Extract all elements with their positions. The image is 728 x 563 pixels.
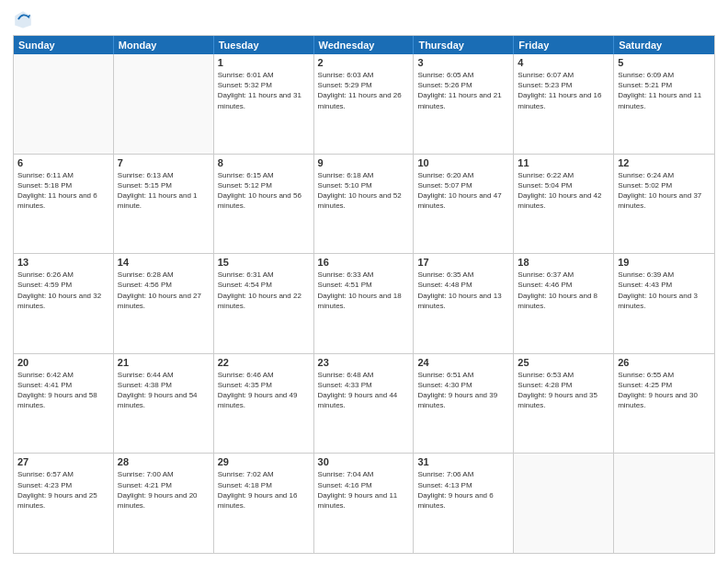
calendar-body: 1Sunrise: 6:01 AM Sunset: 5:32 PM Daylig… [14, 54, 714, 553]
weekday-header: Friday [514, 36, 614, 54]
calendar-cell: 19Sunrise: 6:39 AM Sunset: 4:43 PM Dayli… [614, 254, 714, 353]
day-number: 23 [318, 357, 410, 368]
day-info: Sunrise: 6:33 AM Sunset: 4:51 PM Dayligh… [318, 270, 410, 311]
page-header [13, 9, 715, 29]
day-number: 25 [518, 357, 609, 368]
calendar-cell: 5Sunrise: 6:09 AM Sunset: 5:21 PM Daylig… [614, 54, 714, 154]
calendar-cell: 21Sunrise: 6:44 AM Sunset: 4:38 PM Dayli… [114, 354, 214, 454]
day-number: 30 [318, 456, 410, 467]
calendar-row: 1Sunrise: 6:01 AM Sunset: 5:32 PM Daylig… [14, 54, 714, 155]
day-info: Sunrise: 6:48 AM Sunset: 4:33 PM Dayligh… [318, 370, 410, 411]
calendar-row: 13Sunrise: 6:26 AM Sunset: 4:59 PM Dayli… [14, 254, 714, 354]
calendar-cell: 28Sunrise: 7:00 AM Sunset: 4:21 PM Dayli… [114, 454, 214, 553]
day-info: Sunrise: 7:02 AM Sunset: 4:18 PM Dayligh… [218, 469, 310, 511]
day-number: 26 [618, 357, 711, 368]
calendar-cell: 14Sunrise: 6:28 AM Sunset: 4:56 PM Dayli… [114, 254, 214, 353]
day-number: 3 [417, 57, 509, 68]
calendar-cell: 23Sunrise: 6:48 AM Sunset: 4:33 PM Dayli… [314, 354, 415, 454]
calendar-cell: 9Sunrise: 6:18 AM Sunset: 5:10 PM Daylig… [314, 155, 415, 254]
day-number: 5 [618, 57, 711, 68]
calendar-cell: 10Sunrise: 6:20 AM Sunset: 5:07 PM Dayli… [414, 155, 514, 254]
weekday-header: Wednesday [314, 36, 415, 54]
day-info: Sunrise: 6:22 AM Sunset: 5:04 PM Dayligh… [518, 170, 609, 212]
weekday-header: Saturday [614, 36, 714, 54]
calendar-row: 27Sunrise: 6:57 AM Sunset: 4:23 PM Dayli… [14, 454, 714, 553]
calendar-cell: 30Sunrise: 7:04 AM Sunset: 4:16 PM Dayli… [314, 454, 415, 553]
day-number: 15 [218, 257, 310, 268]
day-number: 12 [618, 157, 711, 168]
day-number: 8 [218, 157, 310, 168]
calendar-cell: 3Sunrise: 6:05 AM Sunset: 5:26 PM Daylig… [414, 54, 514, 154]
day-info: Sunrise: 6:24 AM Sunset: 5:02 PM Dayligh… [618, 170, 711, 212]
day-info: Sunrise: 6:28 AM Sunset: 4:56 PM Dayligh… [118, 270, 210, 311]
day-info: Sunrise: 6:46 AM Sunset: 4:35 PM Dayligh… [218, 370, 310, 411]
calendar-cell: 22Sunrise: 6:46 AM Sunset: 4:35 PM Dayli… [214, 354, 314, 454]
day-number: 9 [318, 157, 410, 168]
day-number: 4 [518, 57, 609, 68]
calendar-cell: 18Sunrise: 6:37 AM Sunset: 4:46 PM Dayli… [514, 254, 614, 353]
calendar-cell: 17Sunrise: 6:35 AM Sunset: 4:48 PM Dayli… [414, 254, 514, 353]
day-number: 11 [518, 157, 609, 168]
day-info: Sunrise: 6:53 AM Sunset: 4:28 PM Dayligh… [518, 370, 609, 411]
day-info: Sunrise: 6:09 AM Sunset: 5:21 PM Dayligh… [618, 70, 711, 111]
day-info: Sunrise: 6:13 AM Sunset: 5:15 PM Dayligh… [118, 170, 210, 212]
svg-marker-0 [15, 11, 31, 28]
day-number: 16 [318, 257, 410, 268]
calendar-cell [614, 454, 714, 553]
calendar-cell: 4Sunrise: 6:07 AM Sunset: 5:23 PM Daylig… [514, 54, 614, 154]
calendar-cell: 1Sunrise: 6:01 AM Sunset: 5:32 PM Daylig… [214, 54, 314, 154]
calendar-cell: 7Sunrise: 6:13 AM Sunset: 5:15 PM Daylig… [114, 155, 214, 254]
calendar-cell: 24Sunrise: 6:51 AM Sunset: 4:30 PM Dayli… [414, 354, 514, 454]
calendar-row: 20Sunrise: 6:42 AM Sunset: 4:41 PM Dayli… [14, 354, 714, 454]
calendar-cell: 20Sunrise: 6:42 AM Sunset: 4:41 PM Dayli… [14, 354, 114, 454]
calendar-header: SundayMondayTuesdayWednesdayThursdayFrid… [14, 36, 714, 54]
calendar-row: 6Sunrise: 6:11 AM Sunset: 5:18 PM Daylig… [14, 155, 714, 255]
day-number: 22 [218, 357, 310, 368]
weekday-header: Sunday [14, 36, 114, 54]
calendar-cell: 13Sunrise: 6:26 AM Sunset: 4:59 PM Dayli… [14, 254, 114, 353]
calendar-cell: 11Sunrise: 6:22 AM Sunset: 5:04 PM Dayli… [514, 155, 614, 254]
day-info: Sunrise: 6:57 AM Sunset: 4:23 PM Dayligh… [17, 469, 109, 511]
day-info: Sunrise: 6:01 AM Sunset: 5:32 PM Dayligh… [218, 70, 310, 111]
day-number: 31 [417, 456, 509, 467]
calendar-cell [114, 54, 214, 154]
weekday-header: Thursday [414, 36, 514, 54]
day-number: 6 [17, 157, 109, 168]
day-number: 20 [17, 357, 109, 368]
day-number: 7 [118, 157, 210, 168]
calendar-cell [14, 54, 114, 154]
calendar-cell: 25Sunrise: 6:53 AM Sunset: 4:28 PM Dayli… [514, 354, 614, 454]
day-info: Sunrise: 6:07 AM Sunset: 5:23 PM Dayligh… [518, 70, 609, 111]
day-number: 10 [417, 157, 509, 168]
weekday-header: Tuesday [214, 36, 314, 54]
day-number: 2 [318, 57, 410, 68]
calendar-cell: 26Sunrise: 6:55 AM Sunset: 4:25 PM Dayli… [614, 354, 714, 454]
day-info: Sunrise: 6:39 AM Sunset: 4:43 PM Dayligh… [618, 270, 711, 311]
calendar-cell: 8Sunrise: 6:15 AM Sunset: 5:12 PM Daylig… [214, 155, 314, 254]
calendar-cell: 29Sunrise: 7:02 AM Sunset: 4:18 PM Dayli… [214, 454, 314, 553]
day-info: Sunrise: 6:51 AM Sunset: 4:30 PM Dayligh… [417, 370, 509, 411]
day-number: 27 [17, 456, 109, 467]
calendar-cell [514, 454, 614, 553]
calendar-cell: 16Sunrise: 6:33 AM Sunset: 4:51 PM Dayli… [314, 254, 415, 353]
weekday-header: Monday [114, 36, 214, 54]
day-number: 1 [218, 57, 310, 68]
logo [13, 9, 37, 29]
calendar-cell: 31Sunrise: 7:06 AM Sunset: 4:13 PM Dayli… [414, 454, 514, 553]
calendar-cell: 27Sunrise: 6:57 AM Sunset: 4:23 PM Dayli… [14, 454, 114, 553]
day-number: 13 [17, 257, 109, 268]
calendar-cell: 6Sunrise: 6:11 AM Sunset: 5:18 PM Daylig… [14, 155, 114, 254]
day-info: Sunrise: 7:00 AM Sunset: 4:21 PM Dayligh… [118, 469, 210, 511]
day-number: 18 [518, 257, 609, 268]
day-info: Sunrise: 6:31 AM Sunset: 4:54 PM Dayligh… [218, 270, 310, 311]
day-number: 21 [118, 357, 210, 368]
calendar-cell: 15Sunrise: 6:31 AM Sunset: 4:54 PM Dayli… [214, 254, 314, 353]
day-number: 19 [618, 257, 711, 268]
day-info: Sunrise: 6:26 AM Sunset: 4:59 PM Dayligh… [17, 270, 109, 311]
day-info: Sunrise: 6:35 AM Sunset: 4:48 PM Dayligh… [417, 270, 509, 311]
day-info: Sunrise: 6:05 AM Sunset: 5:26 PM Dayligh… [417, 70, 509, 111]
day-info: Sunrise: 6:42 AM Sunset: 4:41 PM Dayligh… [17, 370, 109, 411]
calendar-cell: 12Sunrise: 6:24 AM Sunset: 5:02 PM Dayli… [614, 155, 714, 254]
day-info: Sunrise: 6:15 AM Sunset: 5:12 PM Dayligh… [218, 170, 310, 212]
day-info: Sunrise: 6:20 AM Sunset: 5:07 PM Dayligh… [417, 170, 509, 212]
